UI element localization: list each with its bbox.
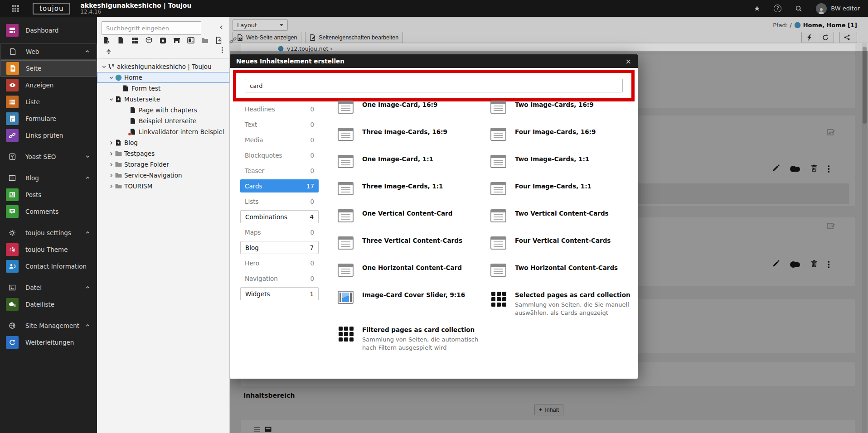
element-one-image-card-11[interactable]: One Image-Card, 1:1 — [338, 155, 490, 182]
new-shop-page-icon[interactable] — [173, 36, 181, 44]
category-widgets[interactable]: Widgets1 — [240, 287, 319, 300]
category-lists[interactable]: Lists0 — [240, 195, 319, 208]
element-two-image-cards-11[interactable]: Two Image-Cards, 1:1 — [490, 155, 634, 182]
tree-node-page-with-chapters[interactable]: Page with chapters — [97, 105, 229, 115]
new-card-page-icon[interactable] — [187, 36, 195, 44]
sidebar-item-toujou-theme[interactable]: toujou Theme — [0, 241, 97, 258]
new-folder-icon[interactable] — [201, 36, 209, 44]
tree-node-storage-folder[interactable]: Storage Folder — [97, 159, 229, 170]
chevron-expanded-icon[interactable] — [100, 64, 107, 69]
sidebar-group-toujou-settings[interactable]: toujou settings — [0, 225, 97, 241]
element-filtered-pages-collection[interactable]: Filtered pages as card collectionSammlun… — [338, 326, 490, 353]
sidebar-item-posts[interactable]: Posts — [0, 187, 97, 203]
chevron-collapsed-icon[interactable] — [107, 151, 115, 156]
new-page-icon[interactable] — [116, 36, 125, 44]
element-three-image-cards-169[interactable]: Three Image-Cards, 16:9 — [338, 128, 490, 155]
chevron-up-icon — [85, 229, 90, 236]
sidebar-item-liste[interactable]: Liste — [0, 94, 97, 110]
category-hero[interactable]: Hero0 — [240, 256, 319, 269]
sidebar-item-dashboard[interactable]: Dashboard — [0, 22, 97, 38]
new-recycler-icon[interactable] — [215, 36, 223, 44]
element-two-horizontal-content-cards[interactable]: Two Horizontal Content-Cards — [490, 264, 634, 291]
link-icon — [6, 129, 19, 142]
toujou-logo[interactable]: toujou — [33, 3, 70, 14]
sidebar-item-seite[interactable]: Seite — [0, 60, 97, 77]
element-two-image-cards-169[interactable]: Two Image-Cards, 16:9 — [490, 101, 634, 128]
category-blog[interactable]: Blog7 — [240, 241, 319, 254]
sidebar-group-web[interactable]: Web — [0, 43, 97, 60]
element-three-image-cards-11[interactable]: Three Image-Cards, 1:1 — [338, 182, 490, 209]
chevron-expanded-icon[interactable] — [107, 97, 115, 102]
dashboard-icon — [6, 24, 19, 37]
category-maps[interactable]: Maps0 — [240, 226, 319, 239]
category-headlines[interactable]: Headlines0 — [240, 102, 319, 115]
category-list: Headlines0 Text0 Media0 Blockquotes0 Tea… — [240, 102, 319, 303]
category-media[interactable]: Media0 — [240, 133, 319, 146]
user-menu[interactable]: BW editor — [816, 3, 860, 14]
sidebar-item-weiterleitungen[interactable]: Weiterleitungen — [0, 334, 97, 351]
link-tool-icon[interactable] — [229, 36, 237, 44]
help-icon[interactable]: ? — [774, 5, 781, 12]
tree-node-blog[interactable]: Blog — [97, 137, 229, 148]
element-four-image-cards-11[interactable]: Four Image-Cards, 1:1 — [490, 182, 634, 209]
pagetree-search-input[interactable] — [102, 21, 201, 35]
category-navigation[interactable]: Navigation0 — [240, 272, 319, 285]
element-four-image-cards-169[interactable]: Four Image-Cards, 16:9 — [490, 128, 634, 155]
collapse-tree-icon[interactable]: ‹ — [219, 22, 223, 31]
sidebar-group-site-management[interactable]: Site Management — [0, 318, 97, 334]
category-teaser[interactable]: Teaser0 — [240, 164, 319, 177]
sidebar-group-blog[interactable]: Blog — [0, 170, 97, 186]
tree-node-home[interactable]: Home — [97, 72, 229, 83]
chevron-expanded-icon[interactable] — [107, 75, 115, 80]
category-text[interactable]: Text0 — [240, 118, 319, 131]
sidebar-item-comments[interactable]: Comments — [0, 203, 97, 220]
chevron-collapsed-icon[interactable] — [107, 173, 115, 178]
tree-node-beispiel-unterseite[interactable]: Beispiel Unterseite — [97, 115, 229, 126]
element-search-input[interactable] — [245, 79, 623, 92]
sidebar-item-links-pruefen[interactable]: Links prüfen — [0, 127, 97, 144]
chevron-collapsed-icon[interactable] — [107, 140, 115, 145]
tree-resize-handle[interactable] — [106, 48, 112, 56]
element-selected-pages-collection[interactable]: Selected pages as card collectionSammlun… — [490, 291, 634, 318]
tree-node-musterseite[interactable]: Musterseite — [97, 94, 229, 105]
module-grid-icon[interactable] — [12, 5, 19, 12]
folder-icon — [115, 173, 122, 178]
close-icon[interactable]: × — [626, 57, 631, 66]
sidebar-item-anzeigen[interactable]: Anzeigen — [0, 77, 97, 93]
category-blockquotes[interactable]: Blockquotes0 — [240, 149, 319, 162]
new-special-page-icon[interactable] — [159, 36, 167, 44]
category-cards[interactable]: Cards17 — [240, 179, 319, 192]
sidebar-item-dateiliste[interactable]: Dateiliste — [0, 296, 97, 313]
element-one-image-card-169[interactable]: One Image-Card, 16:9 — [338, 101, 490, 128]
element-two-vertical-content-cards[interactable]: Two Vertical Content-Cards — [490, 209, 634, 236]
chevron-collapsed-icon[interactable] — [107, 162, 115, 167]
new-page-user-icon[interactable] — [102, 36, 111, 44]
tree-more-icon[interactable] — [222, 47, 223, 48]
sidebar-item-formulare[interactable]: Formulare — [0, 111, 97, 127]
new-shortcut-icon[interactable] — [131, 36, 139, 44]
tree-node-testpages[interactable]: Testpages — [97, 148, 229, 159]
sidebar-group-datei[interactable]: Datei — [0, 279, 97, 296]
grid-element-icon — [339, 327, 343, 331]
element-image-card-cover-slider[interactable]: Image-Card Cover Slider, 9:16 — [338, 291, 490, 326]
tree-node-root[interactable]: akkeshigunakkeshicho | Toujou — [97, 61, 229, 72]
page-outline-icon — [6, 48, 19, 55]
eye-icon — [6, 79, 19, 91]
element-one-vertical-content-card[interactable]: One Vertical Content-Card — [338, 209, 490, 236]
tree-node-linkvalidator[interactable]: Linkvalidator intern Beispiel — [97, 126, 229, 137]
tree-node-service-navigation[interactable]: Service-Navigation — [97, 170, 229, 181]
card-element-icon — [338, 264, 354, 277]
element-one-horizontal-content-card[interactable]: One Horizontal Content-Card — [338, 264, 490, 291]
new-mountpoint-icon[interactable] — [145, 36, 153, 44]
chevron-collapsed-icon[interactable] — [107, 184, 115, 189]
sidebar-item-contact-information[interactable]: Contact Information — [0, 258, 97, 274]
element-three-vertical-content-cards[interactable]: Three Vertical Content-Cards — [338, 236, 490, 264]
tree-node-form-test[interactable]: Form test — [97, 83, 229, 94]
search-icon[interactable] — [795, 5, 802, 12]
tree-node-tourism[interactable]: TOURISM — [97, 181, 229, 192]
sidebar-group-yoast-seo[interactable]: Yoast SEO — [0, 149, 97, 165]
list-icon — [6, 96, 19, 108]
category-combinations[interactable]: Combinations4 — [240, 210, 319, 223]
element-four-vertical-content-cards[interactable]: Four Vertical Content-Cards — [490, 236, 634, 264]
bookmark-star-icon[interactable]: ★ — [754, 4, 760, 13]
